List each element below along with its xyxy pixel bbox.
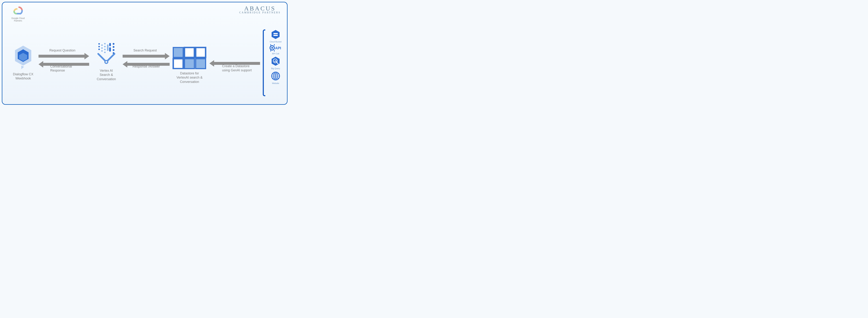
vertex-ai-label: Vertex AISearch &Conversation xyxy=(92,69,121,81)
svg-rect-32 xyxy=(270,44,271,45)
cloud-bucket-label: Cloud Bucket xyxy=(270,41,281,43)
source-big-query: Big Query xyxy=(271,56,281,70)
svg-rect-24 xyxy=(173,59,183,69)
svg-point-8 xyxy=(113,49,115,51)
source-cloud-bucket: Cloud Bucket xyxy=(270,29,281,43)
svg-rect-35 xyxy=(274,50,275,51)
svg-point-7 xyxy=(113,46,115,48)
svg-rect-28 xyxy=(273,33,278,34)
sources-list: Cloud Bucket API API Call xyxy=(270,29,282,84)
svg-point-6 xyxy=(113,43,115,45)
svg-point-4 xyxy=(98,46,100,47)
svg-rect-26 xyxy=(196,59,206,69)
svg-rect-25 xyxy=(184,59,194,69)
arrow-request-question: Request Question xyxy=(38,53,89,60)
svg-rect-40 xyxy=(275,60,276,62)
svg-point-3 xyxy=(98,43,100,45)
arrow-search-request: Search Request xyxy=(123,53,169,60)
svg-point-12 xyxy=(101,44,103,46)
svg-point-18 xyxy=(104,51,105,53)
arrow-conversational-response: ConversationalResponse xyxy=(38,61,89,68)
website-icon xyxy=(271,71,281,81)
arrow-create-datastore: Create a Datastoreusing GenAI support xyxy=(209,60,260,67)
node-dialogflow: Dialogflow CXWeebhook xyxy=(9,45,38,81)
dialogflow-label: Dialogflow CXWeebhook xyxy=(9,72,38,81)
node-datastore: Datastore forVertexAI search &Conversati… xyxy=(172,46,208,84)
svg-rect-29 xyxy=(273,35,278,36)
abacus-logo: ABACUS CAMBRIDGE PARTNERS xyxy=(239,5,281,14)
svg-point-14 xyxy=(101,50,103,51)
svg-point-31 xyxy=(271,47,273,49)
datastore-label: Datastore forVertexAI search &Conversati… xyxy=(172,71,208,84)
abacus-main-text: ABACUS xyxy=(239,5,281,12)
vertex-ai-icon xyxy=(94,41,119,66)
sources-bracket xyxy=(263,29,265,96)
svg-point-16 xyxy=(104,46,105,47)
svg-rect-11 xyxy=(109,47,111,51)
svg-rect-23 xyxy=(196,47,206,58)
big-query-label: Big Query xyxy=(271,67,281,70)
node-vertex-ai: Vertex AISearch &Conversation xyxy=(92,41,121,81)
website-label: Website xyxy=(271,82,281,84)
svg-rect-34 xyxy=(270,50,271,51)
svg-point-20 xyxy=(105,61,108,63)
arrow-response-answer: Response /Answer xyxy=(123,61,169,68)
api-icon: API xyxy=(270,44,282,51)
svg-rect-10 xyxy=(109,43,111,46)
svg-rect-19 xyxy=(107,44,108,51)
architecture-diagram: Google CloudPartners ABACUS CAMBRIDGE PA… xyxy=(2,2,287,105)
arrow-response-answer-label: Response /Answer xyxy=(132,65,160,68)
google-cloud-icon xyxy=(12,6,24,16)
svg-rect-33 xyxy=(274,44,275,45)
svg-point-5 xyxy=(98,48,100,50)
svg-marker-27 xyxy=(272,30,280,39)
svg-rect-22 xyxy=(184,47,194,58)
big-query-icon xyxy=(271,56,281,66)
arrow-conversational-response-label: ConversationalResponse xyxy=(50,65,72,72)
source-api-call: API API Call xyxy=(270,44,282,55)
svg-text:API: API xyxy=(275,46,281,50)
datastore-icon xyxy=(172,46,207,69)
source-website: Website xyxy=(271,71,281,84)
api-call-label: API Call xyxy=(270,52,282,55)
gcp-partner-logo: Google CloudPartners xyxy=(11,6,25,22)
svg-point-17 xyxy=(104,49,105,50)
svg-point-15 xyxy=(104,43,105,44)
svg-rect-41 xyxy=(276,61,277,62)
svg-rect-39 xyxy=(274,61,275,62)
svg-rect-21 xyxy=(173,47,183,58)
arrow-create-datastore-label: Create a Datastoreusing GenAI support xyxy=(222,64,252,73)
arrow-request-question-label: Request Question xyxy=(50,48,75,52)
arrow-search-request-label: Search Request xyxy=(133,48,157,52)
cloud-bucket-icon xyxy=(271,29,281,40)
abacus-sub-text: CAMBRIDGE PARTNERS xyxy=(239,11,281,14)
dialogflow-icon xyxy=(13,45,33,70)
gcp-partner-label: Google CloudPartners xyxy=(11,17,25,22)
svg-point-13 xyxy=(101,47,103,49)
